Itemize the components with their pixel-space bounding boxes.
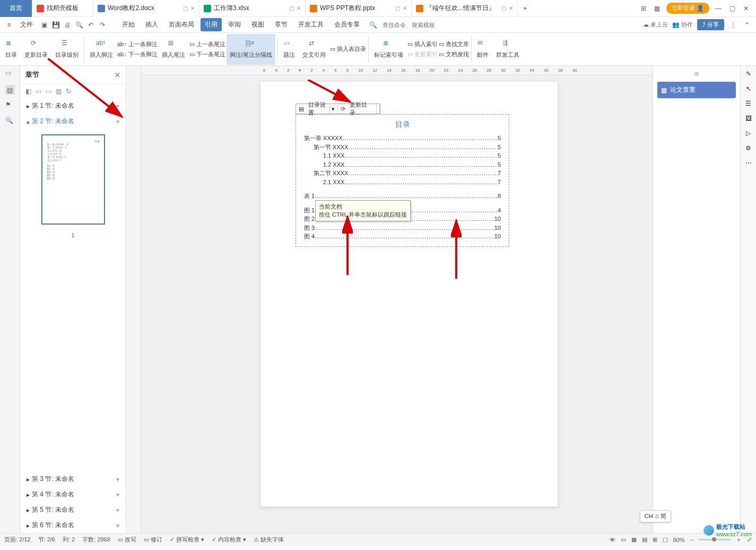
paper-check-button[interactable]: ▦论文查重: [657, 82, 736, 98]
ribbon-update-toc[interactable]: ⟳更新目录: [21, 34, 51, 65]
outline-icon[interactable]: ▭: [5, 69, 15, 79]
search-icon[interactable]: 🔍: [5, 117, 15, 126]
redo-icon[interactable]: ↷: [98, 20, 107, 30]
minimize-icon[interactable]: —: [714, 4, 723, 13]
tab-doc-ppt[interactable]: WPS PPT教程.pptx ▢ ✕: [306, 0, 412, 17]
undo-icon[interactable]: ↶: [86, 20, 95, 30]
panel-toggle-icon[interactable]: ≋: [657, 70, 736, 78]
tab-close-icon[interactable]: ✕: [509, 5, 513, 11]
play-icon[interactable]: ▷: [746, 130, 751, 137]
nav-section-6[interactable]: ▸ 第 6 节: 未命名▾: [20, 518, 126, 533]
tab-restore-icon[interactable]: ▢: [289, 5, 294, 11]
tab-close-icon[interactable]: ✕: [403, 5, 407, 11]
ribbon-mail[interactable]: ✉邮件: [474, 34, 492, 65]
share-button[interactable]: ⤴ 分享: [697, 19, 724, 30]
status-content[interactable]: ✓ 内容检查 ▾: [212, 536, 246, 544]
status-spell[interactable]: ✓ 拼写检查 ▾: [170, 536, 204, 544]
menu-layout[interactable]: 页面布局: [164, 18, 198, 31]
tab-doc-ppt2[interactable]: 『端午狂欢...情满节日』 ▢ ✕: [412, 0, 518, 17]
status-font[interactable]: ⚠ 缺失字体: [254, 536, 284, 544]
menu-member[interactable]: 会员专享: [330, 18, 364, 31]
ribbon-find-lib[interactable]: ▭ 查找文库: [439, 40, 469, 49]
tab-doc-word[interactable]: Word教程2.docx ▢ ✕: [93, 0, 199, 17]
toc-field[interactable]: 目录 第一章 XXXXX............................…: [296, 114, 509, 247]
nav-section-3[interactable]: ▸ 第 3 节: 未命名▾: [20, 471, 126, 487]
ribbon-footnote-separator[interactable]: [i]≡脚注/尾注分隔线: [227, 34, 275, 65]
save-icon[interactable]: 💾: [51, 20, 60, 30]
ribbon-next-footnote[interactable]: ab↓ 下一条脚注: [117, 50, 158, 59]
nav-section-5[interactable]: ▸ 第 5 节: 未命名▾: [20, 502, 126, 518]
ribbon-caption[interactable]: ▭题注: [280, 34, 298, 65]
view-read-icon[interactable]: 👁: [610, 537, 615, 543]
grid-icon[interactable]: ⊞: [639, 4, 648, 13]
zoom-value[interactable]: 80%: [673, 537, 685, 543]
view-web-icon[interactable]: ▦: [631, 536, 637, 543]
toc-entry[interactable]: 表 1.....................................…: [304, 192, 501, 201]
coop-button[interactable]: 👥 协作: [672, 21, 693, 29]
pen-icon[interactable]: ✎: [746, 70, 751, 78]
menu-dev[interactable]: 开发工具: [294, 18, 328, 31]
menu-insert[interactable]: 插入: [141, 18, 162, 31]
status-rewrite[interactable]: ▭ 改写: [118, 536, 136, 544]
toc-entry[interactable]: 图 3.....................................…: [304, 224, 501, 233]
ribbon-group-tool[interactable]: ⇶群发工具: [493, 34, 523, 65]
tab-home[interactable]: 首页: [0, 0, 32, 17]
more-icon[interactable]: ⋯: [745, 159, 752, 167]
nav-tool-1[interactable]: ◧: [25, 88, 31, 95]
close-icon[interactable]: ✕: [741, 4, 751, 13]
status-page[interactable]: 页面: 2/12: [4, 536, 31, 544]
cloud-status[interactable]: ☁ 未上云: [643, 21, 668, 29]
status-words[interactable]: 字数: 2868: [82, 536, 110, 544]
menu-icon[interactable]: ≡: [4, 20, 14, 30]
tab-restore-icon[interactable]: ▢: [183, 5, 188, 11]
view-print-icon[interactable]: ▭: [621, 536, 626, 543]
img-icon[interactable]: 🖼: [745, 115, 752, 122]
ribbon-crossref[interactable]: ⇄交叉引用: [299, 34, 329, 65]
tab-doc-xlsx[interactable]: 工作簿3.xlsx ▢ ✕: [199, 0, 306, 17]
ribbon-insert-fig-toc[interactable]: ▭ 插入表目录: [330, 45, 366, 54]
toc-entry[interactable]: 1.1 XXX.................................…: [304, 151, 501, 160]
page-thumbnail[interactable]: 目录 第一章 XXXXX ...5 第一节 XXXX ..5 1.1 XXX..…: [41, 134, 105, 225]
menu-reference[interactable]: 引用: [201, 18, 222, 31]
print-icon[interactable]: 🖨: [63, 20, 72, 30]
zoom-out-icon[interactable]: −: [690, 537, 693, 543]
ribbon-insert-index[interactable]: ▭ 插入索引: [407, 40, 438, 49]
toc-entry[interactable]: 第二节 XXXX................................…: [304, 169, 501, 178]
ribbon-toc[interactable]: ≣目录: [2, 34, 20, 65]
command-search[interactable]: [383, 22, 457, 28]
ribbon-doc-find[interactable]: ▭ 文档发现: [439, 50, 469, 59]
menu-view[interactable]: 视图: [247, 18, 268, 31]
ribbon-prev-footnote[interactable]: ab↑ 上一条脚注: [117, 40, 158, 49]
toc-entry[interactable]: 1.2 XXX.................................…: [304, 160, 501, 169]
status-revise[interactable]: ▭ 修订: [144, 536, 162, 544]
view-outline-icon[interactable]: ▤: [642, 536, 647, 543]
toc-entry[interactable]: 2.1 XXX.................................…: [304, 178, 501, 187]
new-icon[interactable]: ▣: [39, 20, 49, 30]
toc-entry[interactable]: 图 4.....................................…: [304, 232, 501, 241]
ribbon-mark-index[interactable]: ≣标记索引项: [371, 34, 406, 65]
more-icon[interactable]: ⋮: [728, 20, 738, 30]
menu-review[interactable]: 审阅: [224, 18, 245, 31]
ribbon-prev-endnote[interactable]: ▭ 上一条尾注: [189, 40, 225, 49]
tab-templates[interactable]: 找稻壳模板: [32, 0, 93, 17]
gear-icon[interactable]: ⚙: [745, 144, 751, 152]
menu-start[interactable]: 开始: [118, 18, 139, 31]
tab-close-icon[interactable]: ✕: [190, 5, 195, 11]
view-fullwidth-icon[interactable]: ⊞: [653, 536, 657, 543]
tab-restore-icon[interactable]: ▢: [501, 5, 506, 11]
tab-restore-icon[interactable]: ▢: [395, 5, 400, 11]
menu-chapter[interactable]: 章节: [271, 18, 292, 31]
nav-tool-2[interactable]: ▭: [36, 88, 41, 95]
tab-close-icon[interactable]: ✕: [297, 5, 301, 11]
apps-icon[interactable]: ▦: [653, 4, 662, 13]
nav-section-4[interactable]: ▸ 第 4 节: 未命名▾: [20, 487, 126, 502]
tab-new[interactable]: ＋: [518, 0, 533, 17]
bookmark-icon[interactable]: ⚑: [5, 101, 15, 110]
login-button[interactable]: 立即登录 👤: [666, 3, 709, 14]
ribbon-update-index[interactable]: ▭ 更新索引: [407, 50, 438, 59]
list-icon[interactable]: ☰: [745, 100, 751, 107]
thumbnails-icon[interactable]: ▤: [5, 85, 15, 94]
ribbon-next-endnote[interactable]: ▭ 下一条尾注: [189, 50, 225, 59]
preview-icon[interactable]: 🔍: [74, 20, 84, 30]
toc-entry[interactable]: 第一章 XXXXX...............................…: [304, 134, 501, 143]
